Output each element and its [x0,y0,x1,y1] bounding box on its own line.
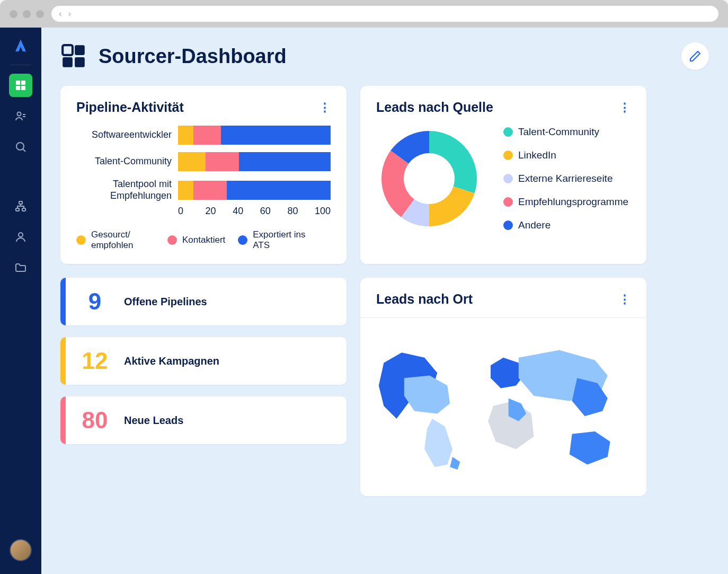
legend-dot-icon [503,197,513,207]
nav-arrows-icon[interactable]: ‹ › [59,9,73,19]
legend-item: Andere [503,219,628,231]
bar-segment [193,126,221,145]
legend-item: Externe Karriereseite [503,173,628,184]
leads-by-source-card: Leads nach Quelle ⋮ Talent-CommunityLink… [360,86,646,264]
svg-line-8 [23,149,25,152]
svg-rect-0 [16,81,20,85]
legend-label: Empfehlungsprogramme [518,196,628,208]
window-controls [10,10,44,18]
user-avatar[interactable] [10,539,32,561]
sidebar-item-org[interactable] [9,195,32,218]
maximize-window-icon[interactable] [36,10,44,18]
app-logo-icon[interactable] [13,38,29,56]
sidebar-item-files[interactable] [9,256,32,279]
svg-rect-14 [75,45,85,55]
legend-item: LinkedIn [503,149,628,161]
stats-column: 9Offene Pipelines12Aktive Kampagnen80Neu… [60,278,347,496]
sidebar-item-dashboard[interactable] [9,74,32,97]
search-icon [14,140,27,153]
close-window-icon[interactable] [10,10,17,18]
edit-button[interactable] [681,42,709,70]
bar-row: Talent-Community [76,152,331,171]
legend-label: Externe Karriereseite [518,173,612,184]
stat-card[interactable]: 12Aktive Kampagnen [60,337,347,385]
divider [360,317,646,318]
legend-label: LinkedIn [518,149,556,161]
stat-label: Neue Leads [124,414,183,427]
axis-tick: 80 [287,206,315,217]
legend-dot-icon [503,151,513,160]
stat-label: Offene Pipelines [124,296,207,308]
svg-rect-13 [63,45,73,55]
minimize-window-icon[interactable] [23,10,31,18]
svg-rect-16 [75,57,85,67]
bar-track [178,152,331,171]
bar-segment [206,152,239,171]
legend-item: Talent-Community [503,126,628,138]
bar-row: Talentpool mit Empfehlungen [76,179,331,201]
barchart-legend: Gesourct/ empfohlenKontaktiertExportiert… [76,229,331,250]
svg-rect-11 [22,208,25,211]
card-title: Leads nach Ort [376,292,473,307]
card-menu-button[interactable]: ⋮ [619,293,631,306]
legend-dot-icon [238,235,247,245]
legend-label: Gesourct/ empfohlen [91,229,155,250]
bar-segment [178,181,193,200]
stat-accent [60,278,66,325]
axis-tick: 60 [260,206,288,217]
svg-rect-3 [21,86,25,90]
bar-segment [221,126,331,145]
svg-point-12 [19,233,23,237]
legend-label: Talent-Community [518,126,599,138]
stat-value: 80 [66,407,124,434]
sidebar-item-search[interactable] [9,135,32,158]
legend-dot-icon [503,220,513,230]
card-menu-button[interactable]: ⋮ [319,101,331,114]
donut-segment [429,131,477,193]
sidebar [0,28,41,574]
axis-tick: 100 [315,206,331,217]
legend-dot-icon [167,235,177,245]
org-chart-icon [14,200,27,213]
legend-item: Exportiert ins ATS [238,229,316,250]
leads-by-location-card: Leads nach Ort ⋮ [360,278,646,496]
stat-accent [60,337,66,385]
main-content: Sourcer-Dashboard Pipeline-Aktivität ⋮ S… [41,28,728,574]
stat-card[interactable]: 9Offene Pipelines [60,278,347,325]
bar-label: Talentpool mit Empfehlungen [76,179,172,201]
bar-track [178,126,331,145]
axis-tick: 20 [206,206,233,217]
card-menu-button[interactable]: ⋮ [619,101,631,114]
axis-tick: 0 [178,206,206,217]
svg-rect-9 [19,201,22,204]
donut-segment [429,187,475,226]
page-header: Sourcer-Dashboard [60,42,709,70]
legend-dot-icon [503,174,513,183]
legend-item: Gesourct/ empfohlen [76,229,155,250]
url-bar[interactable]: ‹ › [51,6,718,22]
bar-segment [227,181,331,200]
legend-dot-icon [503,127,513,137]
legend-item: Kontaktiert [167,229,225,250]
bar-label: Talent-Community [76,156,172,167]
stat-card[interactable]: 80Neue Leads [60,396,347,444]
sidebar-item-people[interactable] [9,104,32,128]
bar-segment [193,181,227,200]
legend-label: Kontaktiert [182,235,225,245]
sidebar-item-profile[interactable] [9,225,32,249]
bar-segment [239,152,331,171]
stat-value: 12 [66,348,124,374]
donut-legend: Talent-CommunityLinkedInExterne Karriere… [503,126,628,231]
page-title: Sourcer-Dashboard [99,45,287,68]
bar-row: Softwareentwickler [76,126,331,145]
svg-point-7 [16,143,24,150]
axis-tick: 40 [233,206,260,217]
card-title: Leads nach Quelle [376,100,493,115]
stat-value: 9 [66,288,124,315]
legend-dot-icon [76,235,86,245]
divider [10,65,31,65]
legend-label: Exportiert ins ATS [253,229,316,250]
browser-chrome: ‹ › [0,0,728,28]
bar-label: Softwareentwickler [76,129,172,141]
svg-rect-15 [63,57,73,67]
